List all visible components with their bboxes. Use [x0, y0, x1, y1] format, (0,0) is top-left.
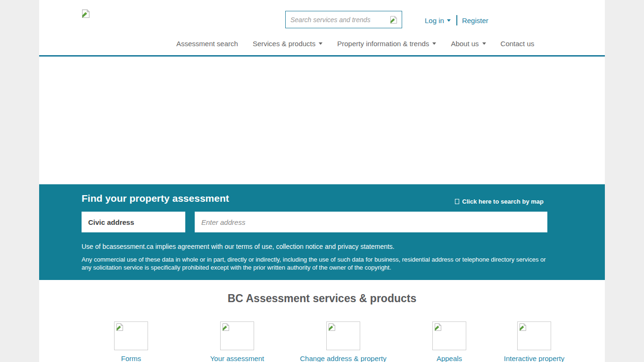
chevron-down-icon	[482, 42, 486, 45]
appeals-card-broken-image[interactable]	[432, 321, 466, 350]
site-search-box	[285, 11, 402, 28]
broken-image-icon	[434, 323, 442, 331]
your-assessment-link[interactable]: Your assessment	[181, 354, 294, 362]
broken-image-icon	[519, 323, 527, 331]
nav-contact-us[interactable]: Contact us	[501, 40, 535, 48]
login-dropdown[interactable]: Log in	[425, 16, 451, 25]
address-input[interactable]	[195, 212, 547, 232]
auth-links: Log in Register	[425, 15, 488, 26]
chevron-down-icon	[319, 42, 322, 45]
nav-assessment-search[interactable]: Assessment search	[176, 40, 238, 48]
nav-property-information-trends[interactable]: Property information & trends	[337, 40, 436, 48]
change-address-card-broken-image[interactable]	[326, 321, 360, 350]
services-section-title: BC Assessment services & products	[39, 292, 605, 305]
chevron-down-icon	[432, 42, 436, 45]
copyright-notice-text: Any commercial use of these data in whol…	[82, 255, 550, 272]
site-header: Log in Register Assessment search Servic…	[39, 0, 605, 57]
register-link[interactable]: Register	[462, 16, 488, 25]
address-type-dropdown[interactable]: Civic address	[82, 212, 185, 232]
main-navigation: Assessment search Services & products Pr…	[176, 40, 534, 48]
property-assessment-banner: Find your property assessment Click here…	[39, 184, 605, 280]
broken-image-icon	[116, 323, 124, 331]
login-label: Log in	[425, 16, 444, 25]
banner-title: Find your property assessment	[82, 193, 229, 204]
forms-card-broken-image[interactable]	[114, 321, 148, 350]
terms-of-use-text: Use of bcassessment.ca implies agreement…	[82, 243, 395, 250]
nav-services-products[interactable]: Services & products	[253, 40, 322, 48]
address-search-form: Civic address	[82, 212, 547, 232]
site-search-input[interactable]	[286, 16, 388, 24]
interactive-property-card-broken-image[interactable]	[517, 321, 551, 350]
search-by-map-link[interactable]: Click here to search by map	[455, 198, 544, 205]
nav-about-us[interactable]: About us	[451, 40, 486, 48]
your-assessment-card-broken-image[interactable]	[220, 321, 254, 350]
auth-divider	[456, 15, 457, 25]
search-broken-image-icon	[390, 16, 397, 24]
forms-link[interactable]: Forms	[74, 354, 188, 362]
broken-image-icon	[328, 323, 336, 331]
interactive-property-link[interactable]: Interactive property	[478, 354, 591, 362]
broken-image-icon	[222, 323, 230, 331]
site-logo-broken-image-icon[interactable]	[82, 9, 90, 18]
chevron-down-icon	[447, 19, 451, 22]
search-submit-button[interactable]	[388, 15, 400, 25]
change-address-property-link[interactable]: Change address & property	[287, 354, 400, 362]
map-icon	[455, 199, 459, 204]
services-products-section: BC Assessment services & products	[39, 280, 605, 362]
hero-carousel-blank	[39, 57, 605, 184]
page-container: Log in Register Assessment search Servic…	[39, 0, 605, 362]
